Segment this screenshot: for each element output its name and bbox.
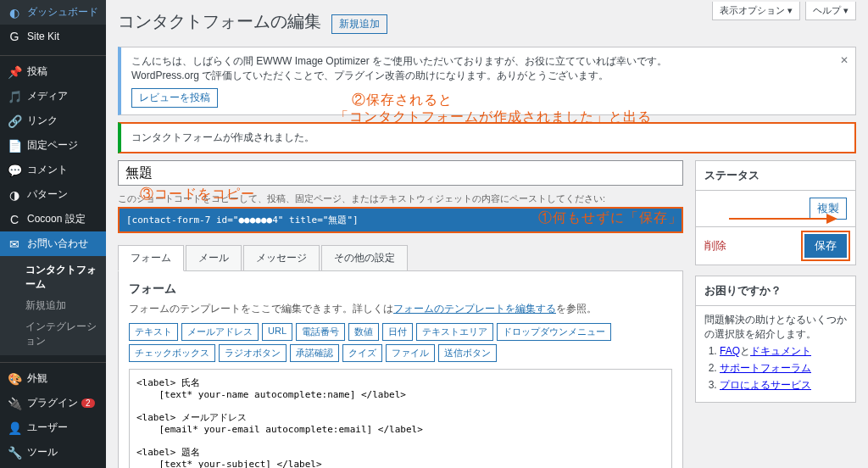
user-icon: 👤 — [7, 421, 22, 435]
sidebar-item-posts[interactable]: 📌投稿 — [0, 59, 106, 84]
sidebar-item-links[interactable]: 🔗リンク — [0, 109, 106, 133]
notice-text-1: こんにちは、しばらくの間 EWWW Image Optimizer をご使用いた… — [131, 54, 845, 69]
help-heading: お困りですか？ — [696, 276, 855, 306]
sidebar-item-sitekit[interactable]: GSite Kit — [0, 25, 106, 48]
tag-file[interactable]: ファイル — [386, 344, 435, 362]
form-template-editor[interactable] — [129, 369, 672, 468]
duplicate-button[interactable]: 複製 — [810, 198, 847, 220]
tab-messages[interactable]: メッセージ — [243, 245, 320, 270]
docs-link[interactable]: ドキュメント — [750, 345, 811, 357]
sitekit-icon: G — [7, 30, 22, 43]
submenu-integration[interactable]: インテグレーション — [25, 316, 106, 352]
sidebar-item-patterns[interactable]: ◑パターン — [0, 182, 106, 207]
tag-tel[interactable]: 電話番号 — [296, 323, 345, 341]
help-item-1: FAQとドキュメント — [720, 344, 847, 359]
tab-mail[interactable]: メール — [186, 245, 242, 270]
editor-tabs: フォーム メール メッセージ その他の設定 — [118, 245, 683, 271]
mail-icon: ✉ — [7, 237, 22, 251]
tab-form[interactable]: フォーム — [118, 245, 184, 271]
sidebar-item-comments[interactable]: 💬コメント — [0, 158, 106, 182]
help-tab[interactable]: ヘルプ ▾ — [805, 2, 856, 20]
tag-submit[interactable]: 送信ボタン — [438, 344, 497, 362]
tag-date[interactable]: 日付 — [382, 323, 413, 341]
support-link[interactable]: サポートフォーラム — [720, 362, 811, 374]
main-content: 表示オプション ▾ ヘルプ ▾ コンタクトフォームの編集 新規追加 こんにちは、… — [106, 0, 868, 468]
success-notice: コンタクトフォームが作成されました。 — [118, 122, 856, 153]
help-text: 問題解決の助けとなるいくつかの選択肢を紹介します。 — [704, 313, 847, 342]
tag-buttons: テキスト メールアドレス URL 電話番号 数値 日付 テキストエリア ドロップ… — [129, 323, 672, 362]
plugin-icon: 🔌 — [7, 397, 22, 410]
wrench-icon: 🔧 — [7, 446, 22, 460]
sidebar-item-contact[interactable]: ✉お問い合わせ — [0, 231, 106, 256]
help-metabox: お困りですか？ 問題解決の助けとなるいくつかの選択肢を紹介します。 FAQとドキ… — [695, 276, 856, 403]
tag-number[interactable]: 数値 — [348, 323, 379, 341]
comment-icon: 💬 — [7, 164, 22, 177]
brush-icon: 🎨 — [7, 372, 22, 386]
page-title: コンタクトフォームの編集 — [118, 3, 321, 40]
sidebar-item-dashboard[interactable]: ◐ダッシュボード — [0, 0, 106, 25]
tag-dropdown[interactable]: ドロップダウンメニュー — [497, 323, 611, 341]
tag-radio[interactable]: ラジオボタン — [219, 344, 287, 362]
tag-text[interactable]: テキスト — [129, 323, 178, 341]
add-new-button[interactable]: 新規追加 — [331, 14, 387, 34]
help-item-3: プロによるサービス — [720, 378, 847, 393]
tag-url[interactable]: URL — [262, 323, 292, 341]
tag-quiz[interactable]: クイズ — [342, 344, 382, 362]
ewww-notice: こんにちは、しばらくの間 EWWW Image Optimizer をご使用いた… — [118, 47, 856, 115]
review-button[interactable]: レビューを投稿 — [131, 88, 218, 108]
pin-icon: 📌 — [7, 65, 22, 79]
notice-text-2: WordPress.org で評価していただくことで、プラグイン改善の助けになり… — [131, 69, 845, 83]
help-item-2: サポートフォーラム — [720, 361, 847, 376]
tag-textarea[interactable]: テキストエリア — [416, 323, 493, 341]
shortcode-description: このショートコードをコピーして、投稿、固定ページ、またはテキストウィジェットの内… — [118, 192, 683, 205]
tag-acceptance[interactable]: 承諾確認 — [290, 344, 339, 362]
submenu-addnew[interactable]: 新規追加 — [25, 295, 106, 316]
status-metabox: ステータス 複製 削除 保存 — [695, 160, 856, 265]
tab-additional[interactable]: その他の設定 — [321, 245, 408, 270]
admin-sidebar: ◐ダッシュボード GSite Kit 📌投稿 🎵メディア 🔗リンク 📄固定ページ… — [0, 0, 106, 468]
faq-link[interactable]: FAQ — [720, 345, 740, 357]
plugin-update-badge: 2 — [81, 398, 95, 408]
panel-description: フォームのテンプレートをここで編集できます。詳しくはフォームのテンプレートを編集… — [129, 302, 672, 316]
shortcode-display[interactable]: [contact-form-7 id="●●●●●●4" title="無題"] — [118, 207, 683, 233]
form-title-input[interactable] — [118, 160, 683, 186]
sidebar-item-plugins[interactable]: 🔌プラグイン2 — [0, 391, 106, 415]
submenu-contactforms[interactable]: コンタクトフォーム — [25, 259, 106, 295]
status-heading: ステータス — [696, 161, 855, 191]
sidebar-item-media[interactable]: 🎵メディア — [0, 84, 106, 109]
tag-email[interactable]: メールアドレス — [181, 323, 259, 341]
pro-link[interactable]: プロによるサービス — [720, 379, 811, 391]
panel-heading: フォーム — [129, 281, 672, 297]
page-icon: 📄 — [7, 139, 22, 153]
delete-link[interactable]: 削除 — [704, 238, 726, 254]
form-panel: フォーム フォームのテンプレートをここで編集できます。詳しくはフォームのテンプレ… — [118, 271, 683, 468]
save-button[interactable]: 保存 — [804, 234, 847, 258]
sidebar-item-pages[interactable]: 📄固定ページ — [0, 133, 106, 158]
media-icon: 🎵 — [7, 90, 22, 103]
cocoon-icon: C — [7, 213, 22, 226]
sidebar-item-settings[interactable]: ⚙設定 — [0, 465, 106, 468]
sidebar-submenu: コンタクトフォーム 新規追加 インテグレーション — [0, 256, 106, 355]
sidebar-item-appearance[interactable]: 🎨外観 — [0, 366, 106, 391]
sidebar-item-tools[interactable]: 🔧ツール — [0, 440, 106, 465]
tag-checkbox[interactable]: チェックボックス — [129, 344, 215, 362]
link-icon: 🔗 — [7, 114, 22, 128]
screen-options-tab[interactable]: 表示オプション ▾ — [712, 2, 800, 20]
dismiss-notice-icon[interactable]: ✕ — [840, 54, 849, 66]
sidebar-item-cocoon[interactable]: CCocoon 設定 — [0, 207, 106, 231]
template-help-link[interactable]: フォームのテンプレートを編集する — [393, 303, 556, 315]
sidebar-item-users[interactable]: 👤ユーザー — [0, 415, 106, 440]
pattern-icon: ◑ — [7, 188, 22, 202]
dashboard-icon: ◐ — [7, 6, 22, 20]
